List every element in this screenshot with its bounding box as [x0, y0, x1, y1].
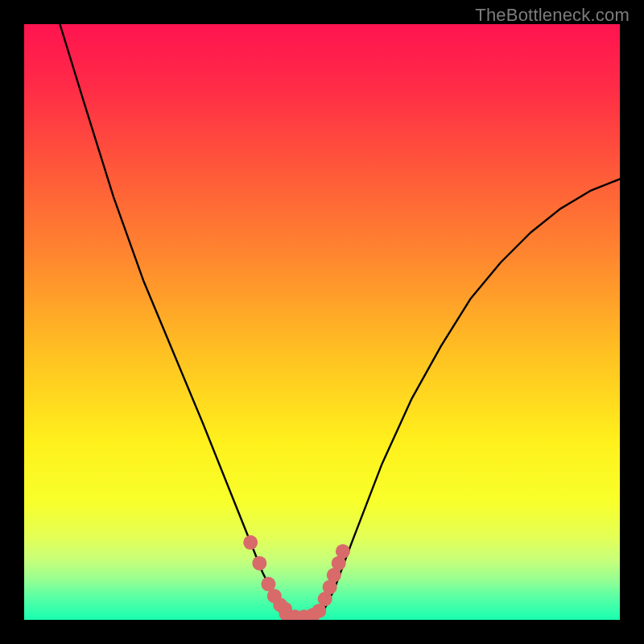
main-curve — [60, 24, 620, 620]
highlight-dot — [243, 535, 258, 550]
outer-frame: TheBottleneck.com — [0, 0, 644, 644]
highlight-dot — [336, 544, 350, 559]
highlight-dot — [252, 556, 266, 571]
highlight-dots-group — [243, 535, 350, 620]
plot-area — [24, 24, 620, 620]
curve-layer — [24, 24, 620, 620]
watermark-label: TheBottleneck.com — [475, 5, 630, 26]
